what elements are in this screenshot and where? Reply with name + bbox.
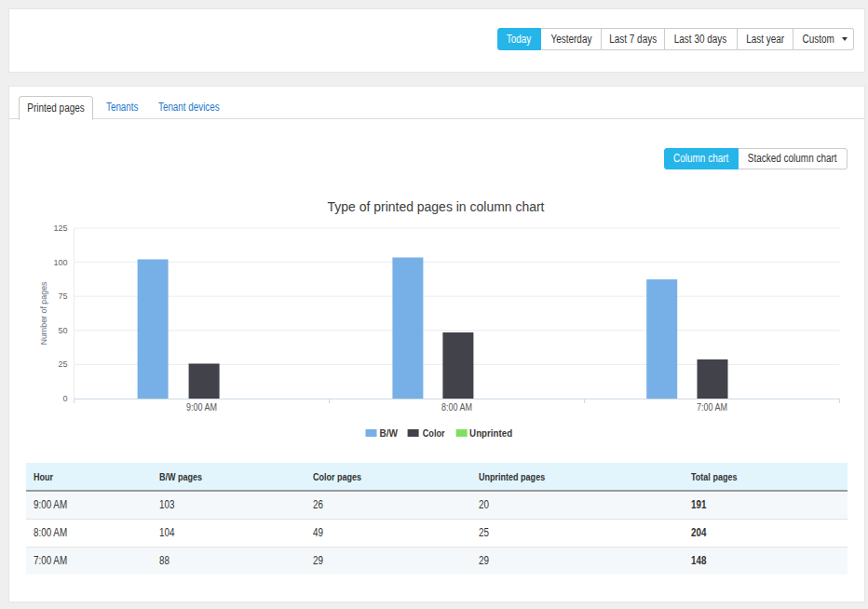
svg-text:100: 100 xyxy=(53,258,67,267)
svg-text:Type of printed pages in colum: Type of printed pages in column chart xyxy=(328,199,545,214)
svg-text:8:00 AM: 8:00 AM xyxy=(441,402,472,413)
svg-text:Number of pages: Number of pages xyxy=(39,281,48,345)
svg-text:75: 75 xyxy=(58,291,67,301)
svg-text:125: 125 xyxy=(53,223,67,233)
svg-text:B/W: B/W xyxy=(380,428,399,439)
svg-text:0: 0 xyxy=(62,394,67,403)
svg-text:Color: Color xyxy=(423,428,445,439)
svg-text:50: 50 xyxy=(58,326,67,335)
svg-text:25: 25 xyxy=(58,359,67,369)
svg-text:7:00 AM: 7:00 AM xyxy=(697,402,727,413)
svg-text:Unprinted: Unprinted xyxy=(469,428,512,439)
svg-text:9:00 AM: 9:00 AM xyxy=(186,402,217,413)
